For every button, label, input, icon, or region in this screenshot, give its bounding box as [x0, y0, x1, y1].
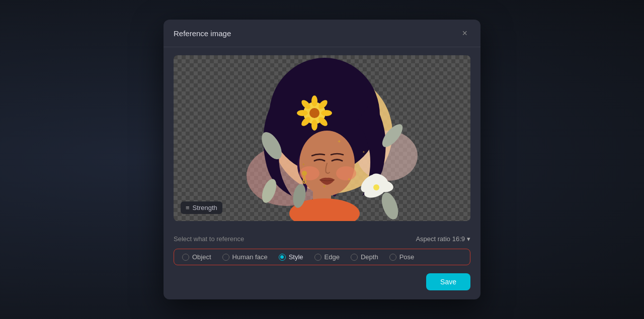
radio-label-human-face: Human face — [232, 253, 268, 261]
illustration-svg: ✦ ✦ ✦ ✦ ✦ — [226, 55, 418, 221]
radio-label-depth: Depth — [361, 253, 378, 261]
modal-title: Reference image — [174, 29, 231, 38]
aspect-ratio-button[interactable]: Aspect ratio 16:9 ▾ — [416, 235, 470, 243]
svg-point-30 — [311, 120, 317, 131]
radio-label-object: Object — [192, 253, 211, 261]
radio-circle-pose — [389, 254, 396, 261]
select-reference-label: Select what to reference — [174, 235, 244, 243]
save-button[interactable]: Save — [426, 273, 470, 290]
image-container: ✦ ✦ ✦ ✦ ✦ ≡ Strength — [174, 55, 470, 221]
radio-circle-depth — [351, 254, 358, 261]
strength-label: Strength — [193, 204, 217, 211]
radio-label-style: Style — [289, 253, 303, 261]
svg-point-42 — [378, 190, 401, 221]
radio-circle-edge — [314, 254, 321, 261]
radio-label-pose: Pose — [399, 253, 415, 261]
radio-circle-object — [182, 254, 189, 261]
svg-text:✦: ✦ — [347, 177, 351, 182]
strength-icon: ≡ — [186, 204, 190, 211]
svg-point-8 — [336, 166, 356, 180]
reference-image-modal: Reference image × — [164, 20, 480, 299]
footer-actions: Save — [174, 273, 470, 290]
svg-point-28 — [321, 110, 332, 116]
svg-text:✦: ✦ — [362, 150, 365, 154]
radio-item-object[interactable]: Object — [178, 252, 215, 262]
radio-circle-style — [279, 254, 286, 261]
svg-text:✦: ✦ — [337, 139, 341, 144]
radio-item-pose[interactable]: Pose — [385, 252, 419, 262]
svg-point-38 — [373, 184, 379, 190]
chevron-down-icon: ▾ — [467, 235, 470, 243]
modal-header: Reference image × — [164, 20, 480, 47]
radio-label-edge: Edge — [325, 253, 340, 261]
radio-circle-human-face — [222, 254, 229, 261]
modal-footer: Select what to reference Aspect ratio 16… — [164, 229, 480, 299]
modal-overlay: Reference image × — [164, 20, 480, 299]
svg-point-26 — [311, 95, 317, 107]
radio-group: Object Human face Style Edge Depth — [174, 249, 470, 265]
modal-body: ✦ ✦ ✦ ✦ ✦ ≡ Strength — [164, 47, 480, 229]
radio-item-edge[interactable]: Edge — [310, 252, 344, 262]
radio-item-style[interactable]: Style — [275, 252, 307, 262]
reference-section: Select what to reference Aspect ratio 16… — [174, 235, 470, 243]
illustration-wrapper: ✦ ✦ ✦ ✦ ✦ — [226, 55, 418, 221]
svg-point-9 — [302, 171, 307, 176]
svg-point-25 — [309, 108, 319, 118]
svg-text:✦: ✦ — [302, 162, 305, 167]
aspect-ratio-label: Aspect ratio 16:9 — [416, 235, 465, 243]
svg-text:✦: ✦ — [322, 183, 327, 189]
svg-point-32 — [297, 110, 308, 116]
radio-item-depth[interactable]: Depth — [347, 252, 382, 262]
close-button[interactable]: × — [459, 28, 470, 39]
radio-item-human-face[interactable]: Human face — [218, 252, 272, 262]
strength-badge[interactable]: ≡ Strength — [181, 201, 222, 214]
